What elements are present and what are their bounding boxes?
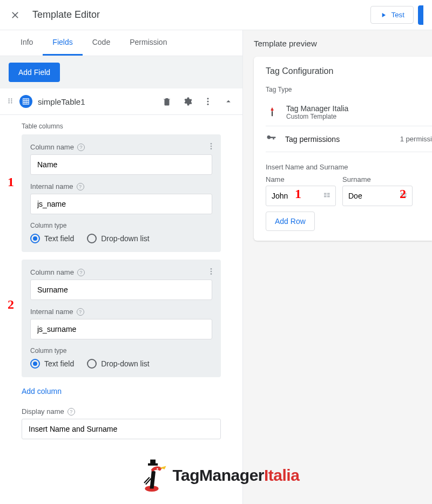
svg-point-7 — [207, 101, 209, 103]
radio-text-field[interactable]: Text field — [30, 359, 74, 369]
brand-text-2: Italia — [264, 466, 299, 484]
svg-rect-17 — [327, 193, 330, 195]
column-name-input[interactable] — [30, 154, 212, 175]
col-header-surname: Surname — [342, 175, 413, 186]
svg-point-3 — [11, 100, 12, 101]
annotation-1: 1 — [8, 175, 14, 189]
more-vert-icon — [207, 142, 215, 151]
radio-dropdown[interactable]: Drop-down list — [87, 359, 149, 369]
help-icon[interactable]: ? — [77, 144, 85, 151]
internal-name-label: Internal name — [30, 308, 73, 316]
svg-rect-15 — [324, 193, 327, 195]
display-name-label: Display name — [22, 407, 64, 416]
annotation-2: 2 — [8, 297, 14, 312]
tag-logo-icon — [266, 106, 279, 119]
column-more-button[interactable] — [207, 142, 215, 152]
svg-rect-16 — [324, 195, 327, 197]
tag-name: Tag Manager Italia — [286, 104, 348, 113]
tab-info[interactable]: Info — [11, 30, 43, 56]
svg-point-14 — [211, 273, 212, 275]
column-card: Column name ? Internal name ? Column typ… — [22, 260, 221, 377]
column-type-label: Column type — [30, 347, 212, 355]
insert-label: Insert Name and Surname — [266, 163, 432, 171]
help-icon[interactable]: ? — [77, 183, 84, 190]
brand-text-1: TagManager — [173, 466, 264, 484]
drag-handle-icon[interactable] — [6, 97, 14, 106]
col-header-name: Name — [266, 175, 336, 186]
page-title: Template Editor — [32, 9, 100, 21]
svg-point-8 — [207, 104, 209, 105]
table-field-icon — [19, 95, 32, 108]
field-name-label[interactable]: simpleTable1 — [38, 97, 154, 106]
test-button-label: Test — [392, 11, 404, 19]
play-icon — [380, 11, 387, 19]
help-icon[interactable]: ? — [77, 308, 84, 316]
column-card: Column name ? Internal name ? Column typ… — [22, 134, 221, 252]
settings-button[interactable] — [180, 94, 195, 109]
internal-name-input[interactable] — [30, 194, 212, 214]
more-vert-icon — [203, 97, 213, 106]
tab-code[interactable]: Code — [83, 30, 120, 56]
annotation-right-2: 2 — [400, 187, 406, 201]
add-row-button[interactable]: Add Row — [266, 212, 315, 231]
brand-logo: TagManagerItalia — [0, 457, 432, 494]
chevron-up-icon — [224, 97, 233, 106]
svg-point-11 — [211, 148, 212, 149]
close-icon — [10, 10, 21, 21]
column-name-label: Column name — [30, 143, 74, 151]
column-name-input[interactable] — [30, 280, 212, 300]
svg-point-4 — [9, 102, 10, 103]
save-button-cut[interactable] — [418, 5, 423, 25]
tag-type-row[interactable]: Tag Manager Italia Custom Template — [266, 99, 432, 126]
tag-type-label: Tag Type — [266, 86, 432, 93]
svg-rect-26 — [150, 460, 156, 464]
help-icon[interactable]: ? — [68, 408, 75, 416]
svg-point-2 — [9, 100, 10, 101]
table-columns-label: Table columns — [22, 122, 221, 130]
variable-icon[interactable] — [323, 191, 332, 201]
display-name-input[interactable] — [22, 419, 221, 439]
permissions-label: Tag permissions — [285, 135, 392, 144]
delete-button[interactable] — [159, 94, 174, 109]
tag-permissions-row[interactable]: Tag permissions 1 permissi — [266, 126, 432, 152]
svg-point-9 — [211, 143, 212, 145]
key-icon — [266, 133, 276, 145]
preview-header: Template preview — [243, 30, 432, 57]
column-more-button[interactable] — [207, 267, 215, 277]
column-type-label: Column type — [30, 222, 212, 229]
svg-point-0 — [9, 98, 10, 99]
radio-text-field[interactable]: Text field — [30, 234, 74, 243]
tag-subtitle: Custom Template — [286, 113, 348, 120]
svg-point-10 — [211, 146, 212, 147]
svg-point-24 — [157, 468, 158, 470]
annotation-right-1: 1 — [295, 187, 301, 201]
gear-icon — [183, 97, 192, 106]
svg-point-1 — [11, 98, 12, 99]
svg-rect-18 — [327, 195, 330, 197]
internal-name-label: Internal name — [30, 182, 73, 190]
more-button[interactable] — [200, 94, 215, 109]
close-button[interactable] — [9, 9, 22, 22]
tab-permission[interactable]: Permission — [120, 30, 177, 56]
add-column-button[interactable]: Add column — [22, 385, 62, 398]
tab-fields[interactable]: Fields — [43, 30, 82, 56]
trash-icon — [162, 97, 172, 106]
collapse-button[interactable] — [221, 94, 236, 109]
help-icon[interactable]: ? — [77, 269, 85, 276]
svg-point-12 — [211, 268, 212, 270]
tag-config-title: Tag Configuration — [266, 66, 432, 76]
svg-point-13 — [211, 271, 212, 273]
add-field-button[interactable]: Add Field — [9, 63, 60, 82]
permissions-count: 1 permissi — [400, 135, 432, 143]
column-name-label: Column name — [30, 268, 74, 276]
radio-dropdown[interactable]: Drop-down list — [87, 234, 149, 243]
svg-point-5 — [11, 102, 12, 103]
test-button[interactable]: Test — [370, 6, 414, 24]
svg-point-6 — [207, 98, 209, 99]
more-vert-icon — [207, 267, 215, 276]
internal-name-input[interactable] — [30, 319, 212, 339]
